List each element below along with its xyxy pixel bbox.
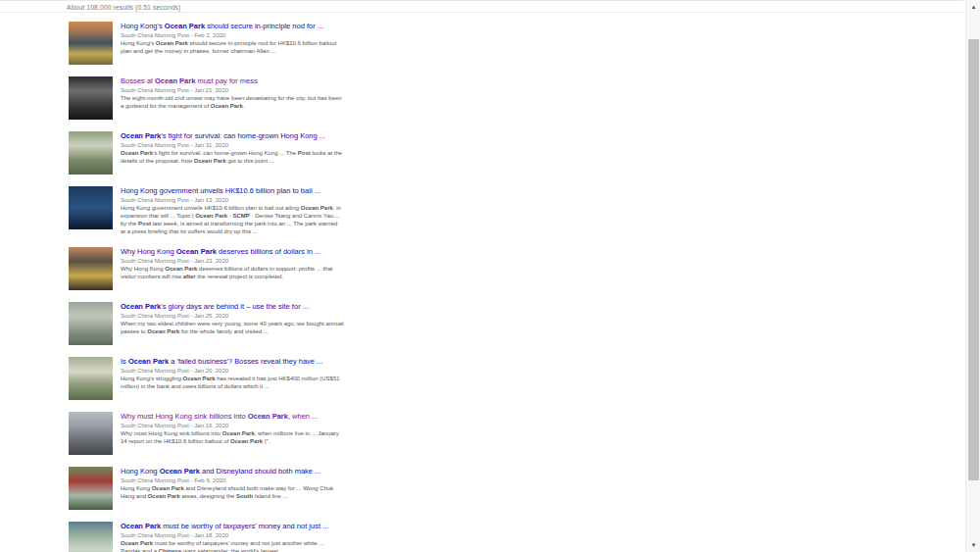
search-results-page: About 108,000 results (0.51 seconds) Hon… xyxy=(0,0,980,552)
result-thumbnail-misty-hillside[interactable] xyxy=(69,302,113,345)
result-snippet: Ocean Park must be worthy of taxpayers' … xyxy=(121,539,344,552)
result-title-link[interactable]: Hong Kong's Ocean Park should secure in-… xyxy=(121,22,344,31)
result-text-block: Why Hong Kong Ocean Park deserves billio… xyxy=(121,247,344,290)
result-title-link[interactable]: Hong Kong government unveils HK$10.6 bil… xyxy=(121,186,344,196)
result-text-block: Hong Kong's Ocean Park should secure in-… xyxy=(121,22,344,65)
result-source-line: South China Morning Post - Jan 20, 2020 xyxy=(121,367,344,375)
search-result: Is Ocean Park a 'failed business'? Bosse… xyxy=(69,357,980,400)
result-title-link[interactable]: Bosses at Ocean Park must pay for mess xyxy=(121,76,344,86)
result-snippet: Hong Kong government unveils HK$10.6 bil… xyxy=(121,204,344,235)
result-source-line: South China Morning Post - Jan 23, 2020 xyxy=(121,257,344,265)
result-title-link[interactable]: Hong Kong Ocean Park and Disneyland shou… xyxy=(121,467,344,477)
search-result: Bosses at Ocean Park must pay for mess S… xyxy=(69,76,980,120)
result-thumbnail-park-headland-aerial[interactable] xyxy=(69,131,113,175)
result-thumbnail-coastal-aerial-view[interactable] xyxy=(69,522,113,552)
result-title-link[interactable]: Why must Hong Kong sink billions into Oc… xyxy=(121,412,344,422)
result-source-line: South China Morning Post - Jan 31, 2020 xyxy=(121,141,344,149)
scroll-up-icon[interactable]: ▲ xyxy=(966,0,980,14)
result-thumbnail-street-scene-building[interactable] xyxy=(69,412,113,455)
result-source-line: South China Morning Post - Feb 6, 2020 xyxy=(121,477,344,484)
result-source-line: South China Morning Post - Jan 25, 2020 xyxy=(121,312,344,320)
result-source-line: South China Morning Post - Jan 16, 2020 xyxy=(121,422,344,429)
result-thumbnail-park-gate-red-lantern[interactable] xyxy=(69,467,113,510)
result-text-block: Hong Kong Ocean Park and Disneyland shou… xyxy=(121,467,344,510)
result-title-link[interactable]: Is Ocean Park a 'failed business'? Bosse… xyxy=(121,357,344,367)
result-title-link[interactable]: Ocean Park must be worthy of taxpayers' … xyxy=(121,522,344,531)
search-result: Ocean Park must be worthy of taxpayers' … xyxy=(69,522,980,552)
result-snippet: Hong Kong's Ocean Park should secure in-… xyxy=(121,39,344,55)
search-result: Why must Hong Kong sink billions into Oc… xyxy=(69,412,980,455)
search-result: Hong Kong Ocean Park and Disneyland shou… xyxy=(69,467,980,510)
result-snippet: Hong Kong's struggling Ocean Park has re… xyxy=(121,375,344,390)
result-thumbnail-sunset-park-lights[interactable] xyxy=(69,247,113,290)
scrollbar[interactable]: ▲ ▼ xyxy=(965,0,980,552)
search-result: Hong Kong government unveils HK$10.6 bil… xyxy=(69,186,980,235)
search-result: Ocean Park's fight for survival: can hom… xyxy=(69,131,980,175)
search-result: Ocean Park's glory days are behind it – … xyxy=(69,302,980,345)
result-text-block: Why must Hong Kong sink billions into Oc… xyxy=(121,412,344,455)
result-text-block: Is Ocean Park a 'failed business'? Bosse… xyxy=(121,357,344,400)
result-text-block: Bosses at Ocean Park must pay for mess S… xyxy=(121,76,344,120)
results-stats: About 108,000 results (0.51 seconds) xyxy=(0,0,963,13)
result-thumbnail-dark-blue-aquarium[interactable] xyxy=(69,186,113,229)
result-text-block: Ocean Park's glory days are behind it – … xyxy=(121,302,344,345)
result-thumbnail-black-white-portrait[interactable] xyxy=(69,76,113,120)
result-snippet: Ocean Park's fight for survival: can hom… xyxy=(121,149,344,165)
result-text-block: Hong Kong government unveils HK$10.6 bil… xyxy=(121,186,344,235)
result-text-block: Ocean Park must be worthy of taxpayers' … xyxy=(121,522,344,552)
result-snippet: Why Hong Kong Ocean Park deserves billio… xyxy=(121,265,344,280)
result-source-line: South China Morning Post - Jan 21, 2020 xyxy=(121,86,344,94)
result-thumbnail-green-aerial-buildings[interactable] xyxy=(69,357,113,400)
scrollbar-thumb[interactable] xyxy=(968,39,979,480)
result-source-line: South China Morning Post - Jan 18, 2020 xyxy=(121,531,344,539)
result-title-link[interactable]: Ocean Park's fight for survival: can hom… xyxy=(121,131,344,141)
result-snippet: Hong Kong Ocean Park and Disneyland shou… xyxy=(121,484,344,500)
result-snippet: The eight-month-old civil unrest may hav… xyxy=(121,94,344,110)
result-thumbnail-sunset-harbour-aerial[interactable] xyxy=(69,22,113,65)
scroll-down-icon[interactable]: ▼ xyxy=(966,538,980,552)
search-result: Hong Kong's Ocean Park should secure in-… xyxy=(69,22,980,65)
result-snippet: Why must Hong Kong sink billions into Oc… xyxy=(121,429,344,445)
result-source-line: South China Morning Post - Jan 13, 2020 xyxy=(121,196,344,204)
result-title-link[interactable]: Why Hong Kong Ocean Park deserves billio… xyxy=(121,247,344,257)
result-snippet: When my two eldest children were very yo… xyxy=(121,320,344,335)
results-list: Hong Kong's Ocean Park should secure in-… xyxy=(0,13,980,552)
search-result: Why Hong Kong Ocean Park deserves billio… xyxy=(69,247,980,290)
result-text-block: Ocean Park's fight for survival: can hom… xyxy=(121,131,344,175)
result-title-link[interactable]: Ocean Park's glory days are behind it – … xyxy=(121,302,344,312)
result-source-line: South China Morning Post - Feb 2, 2020 xyxy=(121,31,344,39)
